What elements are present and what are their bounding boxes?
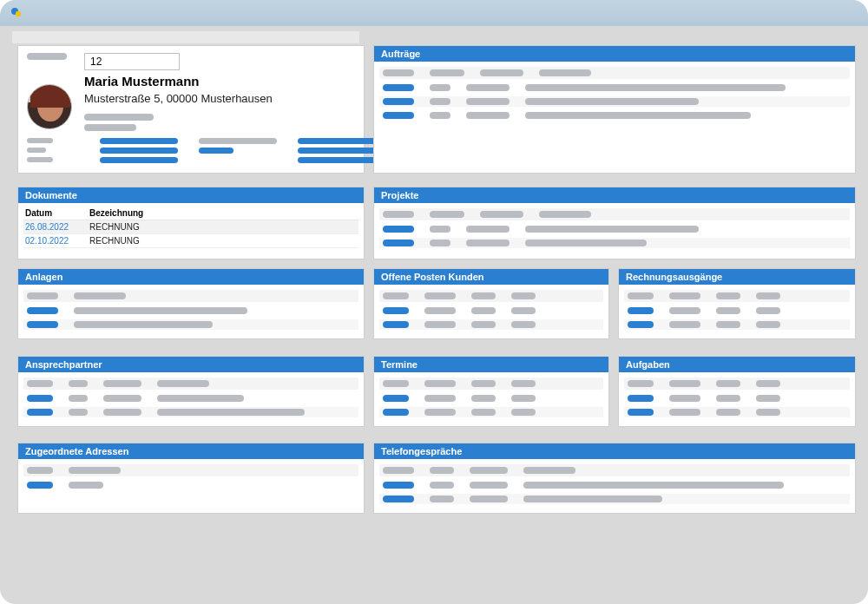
panel-header: Projekte — [374, 187, 855, 203]
panel-zugeordnete-adressen: Zugeordnete Adressen — [17, 443, 365, 514]
window-titlebar — [0, 0, 868, 26]
panel-telefongespraeche: Telefongespräche — [373, 443, 856, 514]
panel-auftraege: Aufträge — [373, 45, 856, 174]
doc-desc: RECHNUNG — [89, 236, 140, 246]
panel-header: Aufträge — [374, 46, 855, 62]
customer-name: Maria Mustermann — [84, 74, 355, 89]
doc-date[interactable]: 26.08.2022 — [25, 222, 74, 232]
panel-anlagen: Anlagen — [17, 268, 365, 339]
panel-header: Dokumente — [18, 187, 364, 203]
panel-header: Termine — [374, 357, 608, 372]
col-desc: Bezeichnung — [89, 208, 143, 218]
panel-rechnungsausgaenge: Rechnungsausgänge — [618, 268, 856, 339]
customer-avatar — [27, 84, 72, 129]
panel-aufgaben: Aufgaben — [618, 356, 856, 427]
doc-desc: RECHNUNG — [89, 222, 140, 232]
panel-header: Rechnungsausgänge — [619, 269, 855, 285]
customer-card: Maria Mustermann Musterstraße 5, 00000 M… — [17, 45, 365, 174]
table-header: Datum Bezeichnung — [23, 207, 358, 220]
panel-projekte: Projekte — [373, 187, 856, 259]
table-row[interactable]: 26.08.2022 RECHNUNG — [23, 220, 358, 234]
customer-links-grid — [27, 138, 355, 163]
customer-id-input[interactable] — [84, 53, 180, 70]
app-logo-icon — [10, 7, 23, 19]
panel-header: Zugeordnete Adressen — [18, 443, 364, 459]
panel-header: Aufgaben — [619, 357, 855, 372]
table-row[interactable]: 02.10.2022 RECHNUNG — [23, 234, 358, 248]
panel-header: Ansprechpartner — [18, 357, 364, 372]
col-date: Datum — [25, 208, 74, 218]
svg-point-1 — [16, 11, 21, 16]
panel-dokumente: Dokumente Datum Bezeichnung 26.08.2022 R… — [17, 187, 365, 259]
toolbar-placeholder — [12, 31, 359, 43]
id-label-placeholder — [27, 53, 67, 60]
customer-address: Musterstraße 5, 00000 Musterhausen — [84, 92, 355, 105]
panel-body — [374, 62, 855, 126]
panel-header: Anlagen — [18, 269, 364, 285]
panel-termine: Termine — [373, 356, 609, 427]
panel-offene-posten: Offene Posten Kunden — [373, 268, 609, 339]
panel-header: Offene Posten Kunden — [374, 269, 608, 285]
panel-header: Telefongespräche — [374, 443, 855, 459]
doc-date[interactable]: 02.10.2022 — [25, 236, 74, 246]
app-window: Maria Mustermann Musterstraße 5, 00000 M… — [0, 0, 868, 604]
panel-ansprechpartner: Ansprechpartner — [17, 356, 365, 427]
customer-meta-placeholder — [84, 114, 355, 135]
